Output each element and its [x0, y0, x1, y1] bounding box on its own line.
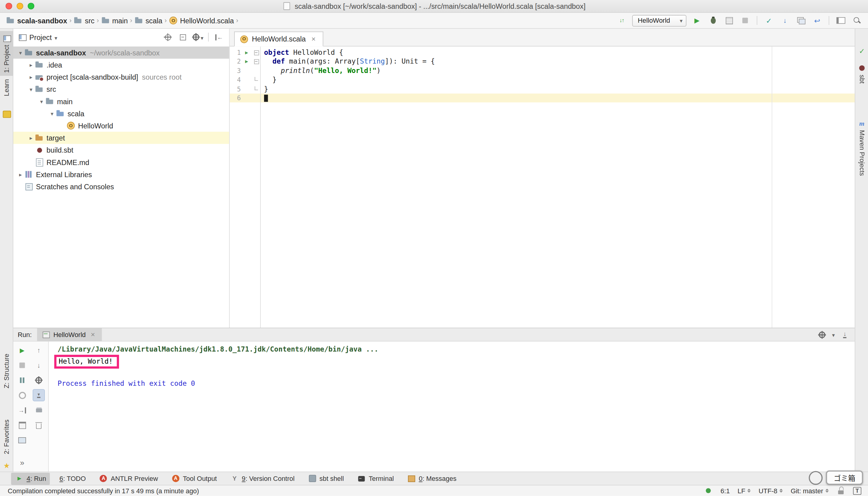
runtoolbar-pause-button[interactable]: [16, 374, 28, 386]
runtoolbar-printer-button[interactable]: [33, 404, 45, 416]
toolbar-coverage-button[interactable]: [724, 15, 735, 26]
tree-row-readme-md[interactable]: README.md: [13, 156, 229, 168]
close-icon[interactable]: [89, 330, 97, 339]
editor-line-3[interactable]: 3 println("Hello, World!"): [230, 66, 855, 75]
run-config-selector[interactable]: HelloWorld: [632, 15, 686, 26]
titlebar[interactable]: scala-sandbox [~/work/scala-sandbox] - .…: [0, 0, 868, 13]
tree-row-build-sbt[interactable]: build.sbt: [13, 144, 229, 156]
project-header-gear-button[interactable]: [192, 31, 203, 43]
encoding-widget[interactable]: UTF-8: [759, 487, 783, 495]
tree-row-src[interactable]: ▾src: [13, 83, 229, 95]
project-header-hide-button[interactable]: [214, 31, 225, 43]
tool-stripe-project[interactable]: 1: Project: [0, 31, 13, 76]
breadcrumb-item-scala[interactable]: scala: [135, 16, 162, 25]
toolbar-rollback-button[interactable]: [812, 15, 823, 26]
toolwindow-button-4-run[interactable]: 4: Run: [11, 472, 50, 484]
toolbar-update-button[interactable]: [779, 15, 791, 26]
tool-stripe-sbt[interactable]: sbt: [855, 61, 868, 86]
toolbar-layout-button[interactable]: [835, 15, 847, 26]
toolwindow-button-0-messages[interactable]: 0: Messages: [403, 472, 460, 484]
fold-region[interactable]: [252, 59, 260, 64]
toolbar-debug-button[interactable]: [708, 15, 719, 26]
tree-row-idea[interactable]: ▸.idea: [13, 59, 229, 71]
toolbar-sync-button[interactable]: [616, 15, 627, 26]
caret-position-widget[interactable]: 6:1: [720, 487, 730, 495]
tool-stripe-learn[interactable]: Learn: [0, 76, 13, 99]
toolbar-play-button[interactable]: [692, 15, 703, 26]
editor-line-2[interactable]: 2▶ def main(args: Array[String]): Unit =…: [230, 57, 855, 66]
editor-tab-helloworld[interactable]: HelloWorld.scala: [234, 31, 323, 46]
line-separator-widget[interactable]: LF: [738, 487, 751, 495]
tree-arrow-icon[interactable]: ▸: [27, 135, 35, 141]
tool-stripe-structure[interactable]: Z: Structure: [0, 351, 13, 391]
breadcrumb-item-main[interactable]: main: [101, 16, 128, 25]
project-header-collapse-button[interactable]: [177, 31, 188, 43]
hide-panel-icon[interactable]: [840, 330, 849, 339]
project-header-locate-button[interactable]: [162, 31, 173, 43]
breadcrumb-item-src[interactable]: src: [74, 16, 94, 25]
fold-start-icon[interactable]: [254, 50, 259, 55]
run-line-icon[interactable]: ▶: [241, 48, 252, 57]
toolwindow-button-terminal[interactable]: Terminal: [353, 472, 398, 484]
runtoolbar-circle-button[interactable]: [16, 389, 28, 401]
git-branch-widget[interactable]: Git: master: [791, 487, 829, 495]
tree-arrow-icon[interactable]: ▸: [17, 171, 25, 177]
tree-arrow-icon[interactable]: ▾: [27, 86, 35, 92]
tree-row-target[interactable]: ▸target: [13, 132, 229, 144]
zoom-window-button[interactable]: [28, 3, 34, 10]
editor-line-6[interactable]: 6: [230, 94, 855, 103]
runtoolbar-console-gear-button[interactable]: [33, 374, 45, 386]
editor-line-4[interactable]: 4 }: [230, 75, 855, 84]
toolbar-commit-check-button[interactable]: [763, 15, 775, 26]
gomibako-button[interactable]: ゴミ箱: [826, 470, 863, 485]
minimize-window-button[interactable]: [17, 3, 23, 10]
toolwindow-button-9-version-control[interactable]: 9: Version Control: [226, 472, 298, 484]
tree-row-project-scala-sandbox-build[interactable]: ▸project [scala-sandbox-build]sources ro…: [13, 71, 229, 83]
runtoolbar-import-button[interactable]: [16, 404, 28, 416]
breadcrumb-item-scala-sandbox[interactable]: scala-sandbox: [6, 16, 67, 25]
fold-region[interactable]: [252, 50, 260, 55]
tree-arrow-icon[interactable]: ▾: [48, 110, 56, 117]
toolbar-diff-button[interactable]: [796, 15, 807, 26]
runtoolbar-up-button[interactable]: [33, 344, 45, 356]
tree-arrow-icon[interactable]: ▸: [27, 62, 35, 68]
settings-gear-icon[interactable]: [818, 330, 826, 339]
editor-line-5[interactable]: 5}: [230, 84, 855, 94]
toolwindow-button-6-todo[interactable]: 6: TODO: [56, 473, 90, 484]
tree-row-scratches-and-consoles[interactable]: Scratches and Consoles: [13, 181, 229, 192]
status-indicator-icon[interactable]: [704, 486, 713, 495]
tool-stripe-maven[interactable]: Maven Projects: [855, 116, 868, 179]
run-line-icon[interactable]: ▶: [241, 57, 252, 66]
fold-region[interactable]: [252, 79, 260, 81]
toolbar-stop-button[interactable]: [740, 15, 751, 26]
t-badge[interactable]: T: [853, 487, 861, 495]
toolbar-search-button[interactable]: [851, 15, 863, 26]
runtoolbar-down-button[interactable]: [33, 359, 45, 371]
toolwindow-button-antlr-preview[interactable]: ANTLR Preview: [95, 472, 162, 484]
lock-icon[interactable]: [837, 486, 845, 495]
tree-row-helloworld[interactable]: HelloWorld: [13, 120, 229, 132]
tree-arrow-icon[interactable]: ▾: [37, 98, 45, 104]
run-tab-helloworld[interactable]: HelloWorld: [37, 328, 102, 341]
status-message[interactable]: Compilation completed successfully in 17…: [8, 487, 704, 495]
tree-row-scala[interactable]: ▾scala: [13, 108, 229, 120]
fold-start-icon[interactable]: [254, 59, 259, 64]
favorites-star-icon[interactable]: [2, 461, 11, 470]
runtoolbar-monitor-button[interactable]: [16, 434, 28, 446]
runtoolbar-chevrons-button[interactable]: [16, 456, 28, 469]
code-editor[interactable]: 1▶object HelloWorld {2▶ def main(args: A…: [230, 47, 855, 328]
tree-row-external-libraries[interactable]: ▸External Libraries: [13, 168, 229, 181]
editor-line-1[interactable]: 1▶object HelloWorld {: [230, 48, 855, 57]
fold-region[interactable]: [252, 88, 260, 90]
toolwindow-button-tool-output[interactable]: Tool Output: [168, 472, 221, 484]
inspections-ok-icon[interactable]: [857, 47, 866, 56]
breadcrumb-item-helloworld-scala[interactable]: HelloWorld.scala: [169, 16, 234, 25]
tree-row-main[interactable]: ▾main: [13, 95, 229, 107]
tree-arrow-icon[interactable]: ▸: [27, 74, 35, 80]
close-icon[interactable]: [309, 34, 318, 43]
close-window-button[interactable]: [5, 3, 12, 10]
project-tree[interactable]: ▾scala-sandbox~/work/scala-sandbox▸.idea…: [13, 45, 229, 328]
plugin-icon[interactable]: [2, 110, 11, 119]
tool-stripe-favorites[interactable]: 2: Favorites: [0, 417, 13, 457]
chevron-down-icon[interactable]: [55, 33, 57, 41]
